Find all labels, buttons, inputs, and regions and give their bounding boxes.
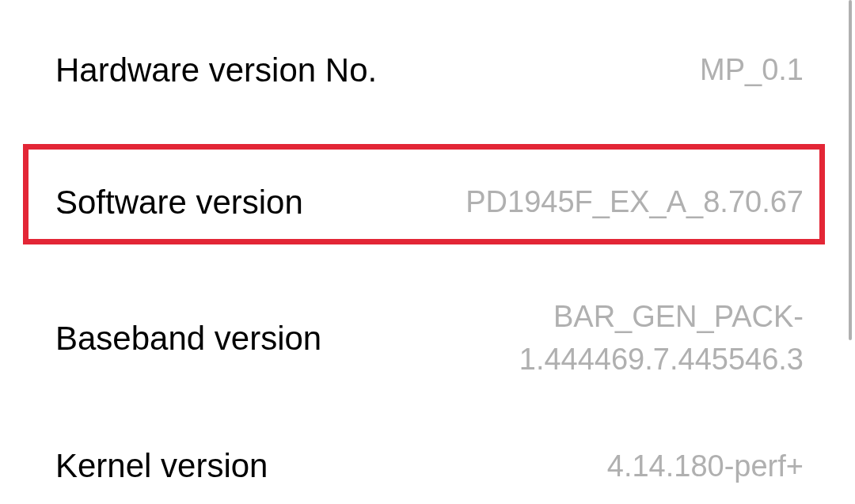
hardware-version-label: Hardware version No. xyxy=(55,51,377,89)
baseband-version-value: BAR_GEN_PACK-1.444469.7.445546.3 xyxy=(353,296,804,380)
baseband-version-row[interactable]: Baseband version BAR_GEN_PACK-1.444469.7… xyxy=(0,264,855,411)
kernel-version-row[interactable]: Kernel version 4.14.180-perf+ xyxy=(0,412,855,504)
baseband-version-label: Baseband version xyxy=(55,320,321,358)
scrollbar[interactable] xyxy=(849,0,852,340)
hardware-version-value: MP_0.1 xyxy=(700,49,804,91)
software-version-row[interactable]: Software version PD1945F_EX_A_8.70.67 xyxy=(0,140,855,264)
hardware-version-row[interactable]: Hardware version No. MP_0.1 xyxy=(0,0,855,140)
kernel-version-label: Kernel version xyxy=(55,447,268,485)
software-version-value: PD1945F_EX_A_8.70.67 xyxy=(466,181,804,223)
software-version-label: Software version xyxy=(55,184,303,222)
settings-list: Hardware version No. MP_0.1 Software ver… xyxy=(0,0,855,504)
kernel-version-value: 4.14.180-perf+ xyxy=(607,445,804,487)
